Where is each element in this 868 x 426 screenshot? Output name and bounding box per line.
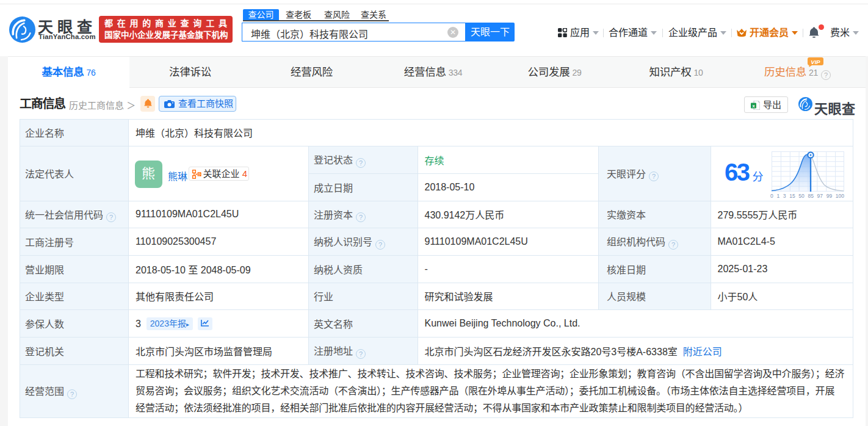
- svg-text:企: 企: [197, 171, 201, 176]
- svg-text:VIP: VIP: [811, 59, 820, 65]
